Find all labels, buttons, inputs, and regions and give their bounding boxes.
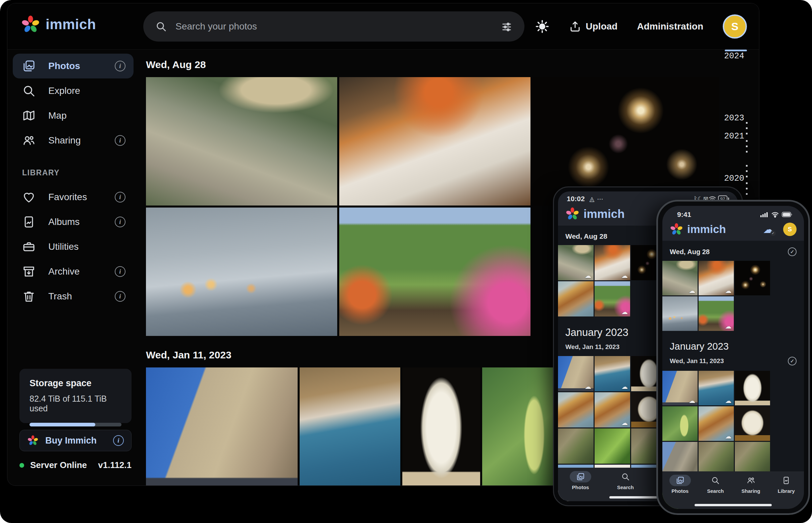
photo-tile[interactable]: ☁ — [558, 245, 593, 280]
photo-tile[interactable]: ☁ — [594, 281, 630, 317]
immich-flower-logo-icon — [21, 15, 40, 34]
scrubber-dots — [746, 140, 747, 156]
photo-coastal-town[interactable] — [300, 367, 400, 485]
status-bar: 9:41 — [662, 206, 804, 219]
header-actions: Upload Administration S — [535, 3, 747, 50]
photo-tile[interactable]: ☁ — [662, 261, 697, 295]
info-icon[interactable]: i — [115, 61, 125, 71]
sidebar-item-utilities[interactable]: Utilities — [13, 234, 134, 259]
sidebar-item-map[interactable]: Map — [13, 103, 134, 128]
sharing-people-icon — [746, 476, 755, 485]
buy-immich-button[interactable]: Buy Immich i — [19, 430, 132, 451]
nav-tab-photos[interactable]: Photos — [669, 475, 691, 494]
avatar-initial: S — [731, 20, 738, 33]
search-input[interactable]: Search your photos — [175, 21, 492, 32]
phone-date-header: Wed, Aug 28 ✓ — [662, 241, 804, 261]
sidebar-item-albums[interactable]: Albums i — [13, 210, 134, 234]
nav-tab-search[interactable]: Search — [705, 475, 726, 494]
nav-tab-sharing[interactable]: Sharing — [740, 475, 762, 494]
upload-button[interactable]: Upload — [569, 20, 618, 33]
phone-month-header: January 2023 — [662, 331, 804, 354]
administration-link[interactable]: Administration — [637, 21, 703, 32]
info-icon[interactable]: i — [113, 435, 124, 446]
trash-icon — [22, 290, 36, 303]
cloud-backup-icon: ☁ — [621, 273, 628, 279]
search-icon — [711, 476, 720, 485]
photo-tile[interactable] — [662, 296, 697, 331]
nav-tab-label: Library — [778, 488, 795, 494]
sidebar-item-photos[interactable]: Photos i — [13, 54, 134, 78]
library-icon — [782, 476, 791, 485]
photo-dinner-table[interactable] — [339, 77, 531, 205]
cloud-sync-status-icon[interactable]: ☁✓ — [763, 224, 774, 235]
user-avatar[interactable]: S — [723, 14, 747, 39]
nav-tab-photos[interactable]: Photos — [570, 471, 591, 490]
photo-marble-bust[interactable] — [402, 367, 480, 485]
photo-tile[interactable]: ☁ — [698, 371, 734, 405]
scrubber-dots — [746, 165, 747, 180]
nav-tab-label: Search — [617, 484, 634, 490]
photo-tile[interactable]: ☁ — [698, 406, 734, 441]
photo-tile[interactable]: ☁ — [594, 356, 630, 391]
info-icon[interactable]: i — [115, 291, 125, 302]
app-logo[interactable]: immich — [21, 15, 96, 34]
sidebar-item-trash[interactable]: Trash i — [13, 284, 134, 309]
phone-top-bars: 9:41 — [662, 206, 804, 241]
photo-tile[interactable] — [558, 429, 593, 464]
photo-tile[interactable] — [558, 281, 593, 317]
photo-zoo-monkeys[interactable] — [146, 77, 337, 205]
sidebar-item-explore[interactable]: Explore — [13, 78, 134, 103]
photo-tile[interactable]: ☁ — [698, 296, 734, 331]
library-heading: LIBRARY — [22, 168, 139, 177]
user-avatar[interactable]: S — [783, 222, 797, 236]
home-indicator[interactable] — [694, 504, 772, 506]
sidebar-item-archive[interactable]: Archive i — [13, 259, 134, 284]
nav-tab-label: Sharing — [742, 488, 760, 494]
filter-sliders-icon[interactable] — [501, 21, 512, 32]
upload-label: Upload — [586, 21, 618, 32]
cloud-backup-icon: ☁ — [621, 309, 628, 315]
storage-title: Storage space — [30, 378, 121, 389]
scrubber-year: 2021 — [724, 131, 744, 141]
photo-tile[interactable]: ☁ — [558, 356, 593, 391]
info-icon[interactable]: i — [115, 135, 125, 146]
sidebar-item-label: Utilities — [48, 241, 125, 252]
select-all-check-icon[interactable]: ✓ — [788, 248, 797, 256]
sidebar-item-sharing[interactable]: Sharing i — [13, 128, 134, 153]
photos-icon — [576, 472, 585, 481]
photo-tile[interactable]: ☁ — [594, 392, 630, 428]
info-icon[interactable]: i — [115, 217, 125, 227]
photo-tile[interactable]: ☁ — [698, 261, 734, 295]
photo-tile[interactable] — [735, 261, 770, 295]
photo-tile[interactable] — [558, 392, 593, 428]
explore-search-icon — [22, 84, 36, 97]
sidebar-item-label: Archive — [48, 266, 102, 277]
nav-tab-search[interactable]: Search — [615, 471, 636, 490]
theme-toggle-sun-icon[interactable] — [535, 19, 550, 34]
cellular-bars-icon — [760, 212, 768, 217]
overflow-icon: ⋯ — [597, 195, 603, 202]
photo-tile[interactable] — [662, 406, 697, 441]
sidebar-item-label: Photos — [48, 61, 102, 71]
dark-frame: immich Search your photos — [0, 0, 812, 523]
archive-icon — [22, 265, 36, 278]
phone-logo-text: immich — [687, 223, 726, 236]
photo-tile[interactable] — [735, 406, 770, 441]
info-icon[interactable]: i — [115, 192, 125, 202]
nav-tab-library[interactable]: Library — [775, 475, 797, 494]
photo-fortress-walls[interactable] — [146, 367, 298, 485]
sidebar-item-favorites[interactable]: Favorites i — [13, 185, 134, 210]
photo-tile[interactable]: ☁ — [662, 371, 697, 405]
photo-tile[interactable] — [594, 429, 630, 464]
search-bar[interactable]: Search your photos — [143, 12, 524, 41]
photos-icon — [22, 59, 36, 73]
buy-immich-label: Buy Immich — [45, 435, 106, 446]
phone-bottom-nav: Photos Search Shar — [662, 471, 804, 509]
photo-tile[interactable]: ☁ — [594, 245, 630, 280]
info-icon[interactable]: i — [115, 266, 125, 277]
photo-tile[interactable] — [735, 371, 770, 405]
select-all-check-icon[interactable]: ✓ — [788, 357, 797, 365]
photo-autumn-park-path[interactable] — [339, 208, 531, 336]
photo-holding-hands[interactable] — [146, 208, 337, 336]
sidebar-item-label: Map — [48, 110, 125, 121]
